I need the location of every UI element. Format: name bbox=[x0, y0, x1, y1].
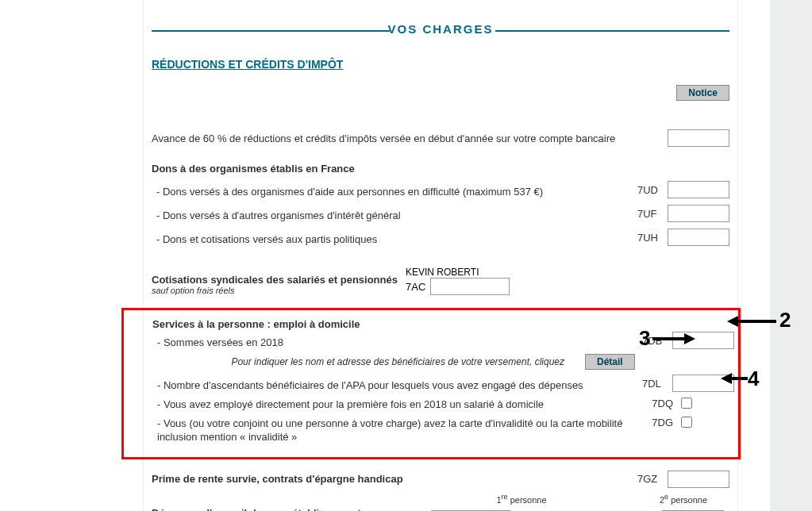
section-header: VOS CHARGES bbox=[152, 22, 729, 36]
avance-label: Avance de 60 % de réductions et crédits … bbox=[152, 133, 637, 144]
field-code: 7UF bbox=[637, 208, 668, 220]
field-code: 7GZ bbox=[637, 473, 668, 485]
prime-heading: Prime de rente survie, contrats d'épargn… bbox=[152, 473, 637, 485]
notice-button[interactable]: Notice bbox=[676, 85, 729, 101]
page-title: VOS CHARGES bbox=[152, 22, 729, 36]
field-code: 7UH bbox=[637, 232, 668, 244]
person-name: KEVIN ROBERTI bbox=[406, 267, 510, 278]
dons-line-1: - Dons versés à des organismes d'aide au… bbox=[156, 186, 637, 198]
services-sommes-label: - Sommes versées en 2018 bbox=[157, 336, 642, 348]
services-ascendants-label: - Nombre d'ascendants bénéficiaires de l… bbox=[157, 379, 642, 391]
col1-header: 1re personne bbox=[406, 493, 637, 505]
subsection-title: RÉDUCTIONS ET CRÉDITS D'IMPÔT bbox=[152, 58, 729, 71]
tax-form-page: VOS CHARGES RÉDUCTIONS ET CRÉDITS D'IMPÔ… bbox=[143, 0, 738, 511]
dons-heading: Dons à des organismes établis en France bbox=[152, 163, 729, 175]
input-7gz[interactable] bbox=[668, 471, 729, 488]
input-7ud[interactable] bbox=[668, 181, 729, 198]
input-7uf[interactable] bbox=[668, 205, 729, 222]
services-help-text: Pour indiquer les nom et adresse des bén… bbox=[152, 356, 575, 367]
services-heading: Services à la personne : emploi à domici… bbox=[152, 318, 734, 330]
field-code: 7AC bbox=[406, 281, 425, 293]
services-invalidite-label: - Vous (ou votre conjoint ou une personn… bbox=[157, 417, 642, 444]
dons-line-3: - Dons et cotisations versés aux partis … bbox=[156, 233, 637, 245]
input-7db[interactable] bbox=[672, 332, 734, 349]
input-7dl[interactable] bbox=[672, 375, 734, 392]
detail-button-services[interactable]: Détail bbox=[585, 354, 635, 370]
avance-input[interactable] bbox=[668, 129, 729, 147]
cotisations-heading: Cotisations syndicales des salariés et p… bbox=[152, 274, 406, 286]
field-code: 7DG bbox=[652, 417, 673, 428]
page-margin bbox=[770, 0, 812, 511]
field-code: 7DB bbox=[642, 335, 672, 347]
depenses-heading: Dépenses d'accueil dans un établissement… bbox=[152, 507, 406, 511]
highlighted-section: Services à la personne : emploi à domici… bbox=[121, 308, 741, 459]
cotisations-subnote: sauf option frais réels bbox=[152, 286, 406, 295]
field-code: 7DQ bbox=[652, 398, 673, 409]
services-salarie-label: - Vous avez employé directement pour la … bbox=[157, 398, 642, 410]
input-7uh[interactable] bbox=[668, 229, 729, 246]
checkbox-7dq[interactable] bbox=[681, 398, 692, 409]
dons-line-2: - Dons versés à d'autres organismes d'in… bbox=[156, 209, 637, 221]
annotation-4: 4 bbox=[748, 367, 759, 391]
field-code: 7UD bbox=[637, 184, 668, 196]
field-code: 7DL bbox=[642, 378, 672, 390]
checkbox-7dg[interactable] bbox=[681, 417, 692, 428]
input-7ac[interactable] bbox=[430, 278, 510, 295]
col2-header: 2e personne bbox=[637, 493, 729, 505]
